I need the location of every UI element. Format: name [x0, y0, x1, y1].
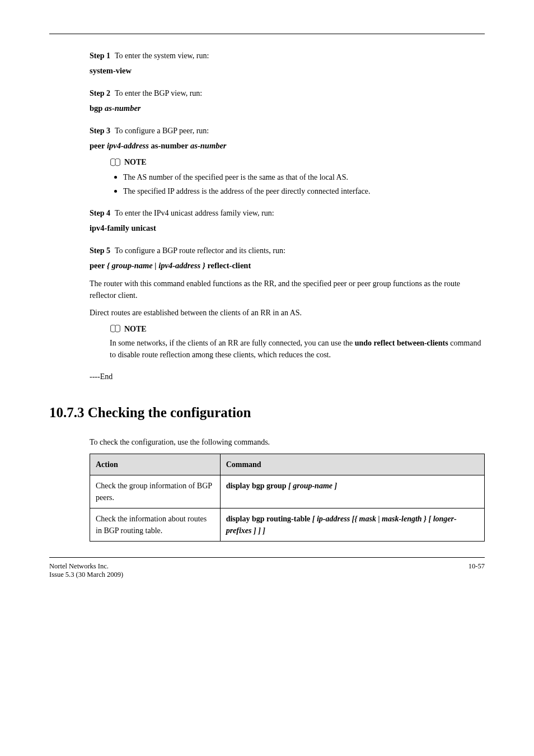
step-4-command: ipv4-family unicast — [90, 222, 485, 235]
step-1-label: Step 1 — [90, 50, 110, 62]
end-marker: ----End — [90, 371, 485, 382]
step-2-desc: To enter the BGP view, run: — [115, 87, 485, 99]
table-row: Check the group information of BGP peers… — [90, 475, 485, 508]
step-5-note-cmd: undo reflect between-clients — [355, 339, 448, 347]
step-3-note: NOTE The AS number of the specified peer… — [110, 156, 485, 197]
book-icon — [110, 158, 121, 166]
step-3-cmd-kw2: as-number — [149, 141, 189, 150]
step-4-label: Step 4 — [90, 207, 110, 219]
step-3-note-header: NOTE — [110, 156, 485, 168]
page-footer: Nortel Networks Inc. Issue 5.3 (30 March… — [49, 562, 485, 579]
step-2-cmd-kw: bgp — [90, 104, 102, 113]
step-2-label: Step 2 — [90, 87, 110, 99]
table-header-command: Command — [220, 454, 484, 475]
step-3-note-bullet-1: The AS number of the specified peer is t… — [123, 170, 485, 183]
step-2-cmd-arg: as-number — [102, 104, 140, 113]
step-2: Step 2 To enter the BGP view, run: bgp a… — [90, 87, 485, 115]
step-5-command: peer { group-name | ipv4-address } refle… — [90, 260, 485, 272]
section-content: To check the configuration, use the foll… — [90, 436, 485, 542]
step-5-para-2: Direct routes are established between th… — [90, 307, 485, 319]
step-5-cmd-arg-group: { group-name | ipv4-address } — [107, 261, 205, 270]
step-5: Step 5 To configure a BGP route reflecto… — [90, 245, 485, 361]
step-5-desc: To configure a BGP route reflector and i… — [115, 245, 485, 256]
step-5-note-text-1: In some networks, if the clients of an R… — [110, 339, 355, 347]
table-header-action: Action — [90, 454, 221, 475]
step-3-cmd-kw1: peer — [90, 141, 105, 150]
step-5-label: Step 5 — [90, 245, 110, 256]
main-content: Step 1 To enter the system view, run: sy… — [90, 50, 485, 382]
config-table: Action Command Check the group informati… — [90, 454, 485, 542]
table-cell-action-2: Check the information about routes in BG… — [90, 508, 221, 541]
table-row: Check the information about routes in BG… — [90, 508, 485, 541]
step-1-desc: To enter the system view, run: — [115, 50, 485, 62]
step-5-note: NOTE In some networks, if the clients of… — [110, 323, 485, 361]
step-3-cmd-arg1: ipv4-address — [105, 141, 149, 150]
step-3: Step 3 To configure a BGP peer, run: pee… — [90, 125, 485, 198]
step-2-command: bgp as-number — [90, 102, 485, 115]
table-cell-action-1: Check the group information of BGP peers… — [90, 475, 221, 508]
step-3-note-bullet-2: The specified IP address is the address … — [123, 184, 485, 197]
step-1-command: system-view — [90, 65, 485, 77]
row2-cmd: display bgp routing-table — [226, 515, 311, 523]
header-rule — [49, 34, 485, 34]
step-5-para-1: The router with this command enabled fun… — [90, 278, 485, 301]
step-3-label: Step 3 — [90, 125, 110, 137]
table-cell-command-2: display bgp routing-table [ ip-address [… — [220, 508, 484, 541]
step-5-note-label: NOTE — [124, 323, 147, 335]
section-heading: 10.7.3 Checking the configuration — [49, 405, 485, 421]
row1-cmd-opt: [ group-name ] — [287, 482, 338, 490]
step-5-cmd-kw1: peer — [90, 261, 107, 270]
step-1: Step 1 To enter the system view, run: sy… — [90, 50, 485, 77]
footer-company: Nortel Networks Inc. — [49, 562, 123, 571]
step-3-note-bullets: The AS number of the specified peer is t… — [123, 170, 485, 197]
table-cell-command-1: display bgp group [ group-name ] — [220, 475, 484, 508]
footer-right: 10-57 — [469, 562, 485, 579]
section-intro: To check the configuration, use the foll… — [90, 436, 485, 448]
step-5-cmd-kw2: reflect-client — [205, 261, 251, 270]
step-4-desc: To enter the IPv4 unicast address family… — [115, 207, 485, 219]
step-5-note-header: NOTE — [110, 323, 485, 335]
step-3-cmd-arg2: as-number — [188, 141, 226, 150]
footer-issue: Issue 5.3 (30 March 2009) — [49, 571, 123, 579]
step-3-desc: To configure a BGP peer, run: — [115, 125, 485, 137]
step-3-command: peer ipv4-address as-number as-number — [90, 140, 485, 152]
step-5-note-body: In some networks, if the clients of an R… — [110, 337, 485, 361]
footer-left: Nortel Networks Inc. Issue 5.3 (30 March… — [49, 562, 123, 579]
step-3-note-label: NOTE — [124, 156, 147, 168]
book-icon — [110, 325, 121, 333]
row1-cmd: display bgp group — [226, 482, 287, 490]
footer-rule — [49, 557, 485, 558]
step-4: Step 4 To enter the IPv4 unicast address… — [90, 207, 485, 235]
